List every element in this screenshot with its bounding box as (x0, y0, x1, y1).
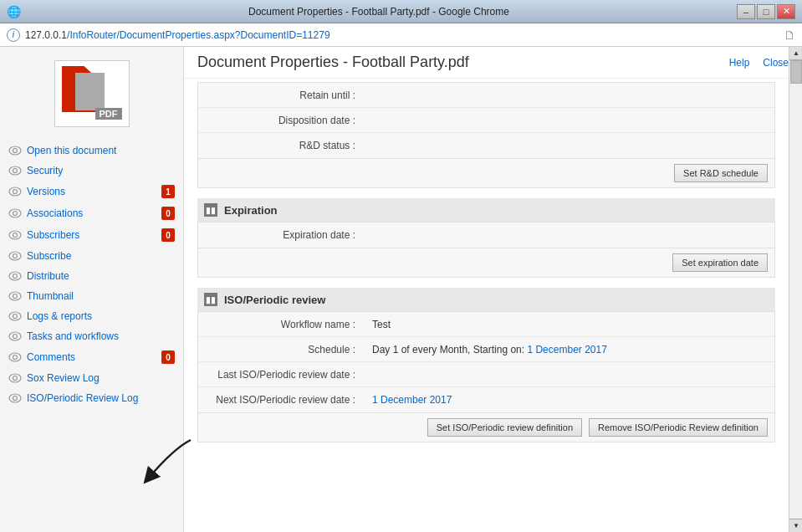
eye-icon-security (8, 166, 22, 176)
sidebar-item-logs-reports[interactable]: Logs & reports (0, 306, 183, 326)
svg-point-1 (13, 149, 18, 153)
svg-point-6 (9, 209, 21, 217)
scroll-up-button[interactable]: ▲ (789, 47, 802, 60)
sidebar-item-associations[interactable]: Associations0 (0, 202, 183, 224)
sidebar-label-associations: Associations (27, 207, 156, 219)
scrollbar[interactable]: ▲ ▼ (789, 47, 802, 532)
content-area: Document Properties - Football Party.pdf… (184, 47, 802, 532)
svg-point-20 (9, 353, 21, 361)
sidebar-label-distribute: Distribute (27, 270, 175, 282)
workflow-name-row: Workflow name : Test (198, 312, 774, 337)
set-rd-schedule-button[interactable]: Set R&D schedule (674, 164, 768, 182)
svg-point-3 (13, 169, 18, 173)
sidebar-items: Open this document Security Versions1 As… (0, 141, 183, 408)
eye-icon-associations (8, 208, 22, 218)
window-app-icon: 🌐 (7, 5, 21, 18)
svg-point-19 (13, 335, 18, 339)
sidebar-item-security[interactable]: Security (0, 161, 183, 181)
eye-icon-logs-reports (8, 311, 22, 321)
svg-point-9 (13, 233, 18, 238)
svg-point-15 (13, 294, 18, 299)
next-iso-review-label: Next ISO/Periodic review date : (198, 394, 365, 406)
eye-icon-open-document (8, 146, 22, 156)
sidebar-label-logs-reports: Logs & reports (27, 310, 175, 322)
last-iso-review-label: Last ISO/Periodic review date : (198, 369, 365, 381)
address-text: 127.0.0.1/InfoRouter/DocumentProperties.… (25, 29, 330, 41)
address-bar-right: 🗋 (784, 28, 795, 42)
page-title: Document Properties - Football Party.pdf (197, 54, 469, 71)
scroll-down-button[interactable]: ▼ (789, 519, 802, 532)
eye-icon-versions (8, 187, 22, 197)
sidebar-item-tasks-workflows[interactable]: Tasks and workflows (0, 326, 183, 346)
svg-point-2 (9, 166, 21, 175)
svg-point-17 (13, 315, 18, 319)
maximize-button[interactable]: □ (757, 4, 775, 19)
svg-point-21 (13, 356, 18, 360)
window-controls: – □ ✕ (737, 4, 795, 19)
pdf-icon: PDF (54, 60, 130, 127)
retain-until-value (365, 92, 774, 99)
close-link[interactable]: Close (763, 57, 789, 69)
close-button[interactable]: ✕ (777, 4, 795, 19)
sidebar-item-sox-review-log[interactable]: Sox Review Log (0, 368, 183, 388)
svg-point-24 (9, 394, 21, 402)
sidebar-label-thumbnail: Thumbnail (27, 290, 175, 302)
disposition-date-label: Disposition date : (198, 115, 365, 126)
remove-iso-review-button[interactable]: Remove ISO/Periodic Review definition (589, 418, 768, 437)
header-actions: Help Close (729, 57, 789, 69)
main-container: PDF Open this document Security Versions… (0, 47, 802, 532)
pdf-label: PDF (95, 108, 122, 120)
sidebar-label-comments: Comments (27, 351, 156, 363)
expiration-section-title: Expiration (224, 204, 278, 217)
eye-icon-subscribers (8, 230, 22, 240)
svg-point-23 (13, 376, 18, 381)
expiration-date-label: Expiration date : (198, 229, 365, 241)
workflow-name-label: Workflow name : (198, 319, 365, 330)
svg-point-7 (13, 212, 18, 216)
sidebar-item-thumbnail[interactable]: Thumbnail (0, 286, 183, 306)
help-link[interactable]: Help (729, 57, 750, 69)
sidebar-item-distribute[interactable]: Distribute (0, 266, 183, 286)
badge-versions: 1 (161, 185, 175, 198)
rd-status-label: R&D status : (198, 140, 365, 151)
sidebar-label-subscribers: Subscribers (27, 229, 156, 241)
sidebar-label-sox-review-log: Sox Review Log (27, 372, 175, 384)
expiration-section-header: ▮▮ Expiration (197, 198, 775, 222)
disposition-date-row: Disposition date : (198, 108, 774, 133)
set-iso-review-button[interactable]: Set ISO/Periodic review definition (427, 418, 582, 437)
rd-button-row: Set R&D schedule (197, 159, 775, 188)
set-expiration-date-button[interactable]: Set expiration date (672, 253, 768, 272)
svg-point-0 (9, 146, 21, 155)
svg-point-16 (9, 312, 21, 320)
sidebar-item-comments[interactable]: Comments0 (0, 346, 183, 368)
expiration-button-row: Set expiration date (197, 248, 775, 278)
address-link[interactable]: /InfoRouter/DocumentProperties.aspx?Docu… (67, 29, 330, 41)
content-scroll: Retain until : Disposition date : R&D st… (184, 82, 789, 466)
sidebar-item-versions[interactable]: Versions1 (0, 181, 183, 202)
document-thumbnail: PDF (0, 54, 183, 134)
info-icon: i (7, 28, 20, 42)
last-iso-review-row: Last ISO/Periodic review date : (198, 362, 774, 387)
sidebar-item-subscribe[interactable]: Subscribe (0, 246, 183, 266)
svg-point-10 (9, 252, 21, 260)
sidebar-item-open-document[interactable]: Open this document (0, 141, 183, 161)
window-title: Document Properties - Football Party.pdf… (21, 6, 737, 18)
schedule-value: Day 1 of every Month, Starting on: 1 Dec… (365, 340, 774, 359)
sidebar-label-subscribe: Subscribe (27, 250, 175, 262)
iso-section-icon: ▮▮ (204, 293, 217, 306)
next-iso-review-row: Next ISO/Periodic review date : 1 Decemb… (198, 387, 774, 412)
svg-point-13 (13, 274, 18, 279)
last-iso-review-value (365, 371, 774, 378)
iso-section-header: ▮▮ ISO/Periodic review (197, 288, 775, 311)
sidebar-item-iso-periodic-review-log[interactable]: ISO/Periodic Review Log (0, 388, 183, 408)
sidebar-item-subscribers[interactable]: Subscribers0 (0, 224, 183, 246)
badge-subscribers: 0 (161, 228, 175, 242)
minimize-button[interactable]: – (737, 4, 755, 19)
expiration-fields: Expiration date : (197, 222, 775, 248)
eye-icon-subscribe (8, 251, 22, 261)
sidebar: PDF Open this document Security Versions… (0, 47, 184, 532)
svg-point-12 (9, 272, 21, 280)
retain-until-label: Retain until : (198, 90, 365, 101)
svg-point-8 (9, 231, 21, 239)
scroll-thumb[interactable] (790, 60, 802, 84)
